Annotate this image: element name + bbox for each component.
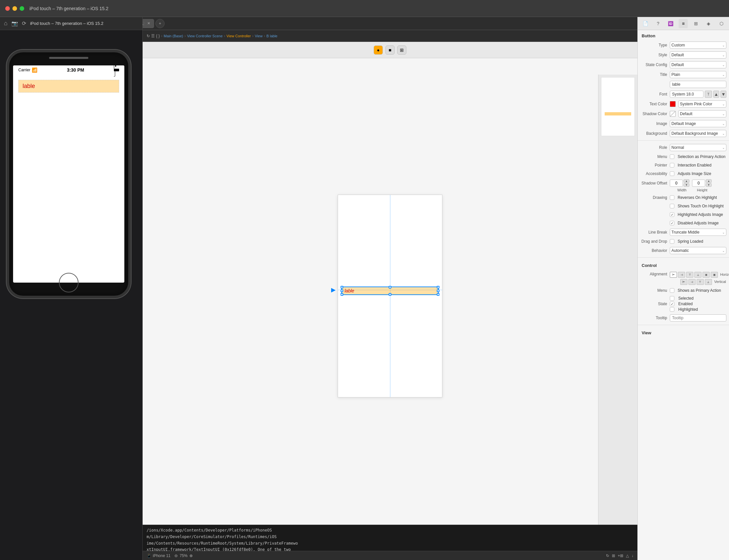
left-panel: ⌂ 📷 ⟳ iPod touch – 7th generation – iOS … [0,17,143,560]
canvas-btn-grid[interactable]: ⊞ [397,45,406,55]
alignment-label: Alignment [640,272,670,276]
spring-loaded-checkbox[interactable] [670,239,674,244]
resize-bl[interactable] [341,293,343,296]
shadow-width-down[interactable]: ▼ [684,183,689,187]
identity-icon[interactable]: 🆔 [666,19,675,28]
font-stepper-down[interactable]: ▼ [720,91,726,98]
shadow-color-swatch[interactable] [670,111,676,117]
canvas-button-element[interactable]: lable [341,287,439,295]
shadow-width-input[interactable] [670,180,683,187]
home-icon[interactable]: ⌂ [4,20,8,27]
background-select[interactable]: Default Background Image ⌄ [670,130,726,137]
zoom-in-button[interactable]: ⊕ [189,553,193,558]
size-icon[interactable]: ⊞ [691,19,701,28]
breadcrumb-button[interactable]: B lable [266,34,277,38]
attributes-icon[interactable]: ≡ [679,19,688,28]
align-center-h-btn[interactable]: ⊣ [678,272,685,278]
disabled-adjusts-checkbox[interactable] [670,221,674,225]
home-button[interactable] [59,273,79,292]
menu2-label: Menu [640,288,670,293]
align-bottom-btn[interactable]: ⊤ [697,279,704,285]
state-config-select[interactable]: Default ⌄ [670,61,726,68]
selection-primary-checkbox[interactable] [670,154,674,159]
align-center-v-btn[interactable]: ⊣ [688,279,696,285]
tab-close-button[interactable]: ✕ [147,21,150,26]
resize-br[interactable] [437,293,439,296]
minimize-button[interactable] [12,6,17,11]
download-icon[interactable]: ↓ [631,553,633,558]
phone-screen: Carrier 📶 3:30 PM lable [13,65,124,283]
role-select[interactable]: Normal ⌄ [670,144,726,151]
shadow-height-down[interactable]: ▼ [706,183,712,187]
highlighted-adjusts-row: Highlighted Adjusts Image [638,210,729,219]
close-button[interactable] [5,6,10,11]
maximize-button[interactable] [20,6,24,11]
resize-bc[interactable] [389,293,391,296]
breadcrumb-view[interactable]: View [255,34,263,38]
font-icon[interactable]: T [705,91,712,98]
selected-checkbox[interactable] [670,296,674,301]
align-leading-btn[interactable]: ⊞ [702,272,710,278]
align-fill-v-btn[interactable]: ⊥ [705,279,712,285]
breadcrumb-main[interactable]: Main (Base) [164,34,183,38]
title-select[interactable]: Plain ⌄ [670,71,726,78]
connections-icon[interactable]: ◈ [704,19,713,28]
align-left-btn[interactable]: ⊢ [670,272,677,278]
selected-label: Selected [678,296,694,301]
adjusts-image-checkbox[interactable] [670,171,674,176]
interaction-enabled-checkbox[interactable] [670,163,674,167]
fit-icon[interactable]: ⊞ [612,553,615,558]
title-arrow: ⌄ [722,73,725,77]
file-inspector-icon[interactable]: 📄 [641,19,650,28]
rotate-icon[interactable]: ⟳ [22,20,26,26]
zoom-out-button[interactable]: ⊖ [174,553,178,558]
shows-touch-checkbox[interactable] [670,204,674,208]
shadow-color-select[interactable]: Default ⌄ [678,110,726,117]
highlighted-adjusts-checkbox[interactable] [670,212,674,217]
resolve-icon[interactable]: △ [626,553,629,558]
type-select[interactable]: Custom ⌄ [670,42,726,49]
align-top-btn[interactable]: ⊢ [680,279,687,285]
resize-ml[interactable] [341,289,343,292]
breadcrumb-scene[interactable]: View Controller Scene [187,34,223,38]
line-break-select[interactable]: Truncate Middle ⌄ [670,229,726,236]
shadow-height-up[interactable]: ▲ [706,179,712,183]
resize-tr[interactable] [437,286,439,289]
shadow-color-label: Shadow Color [640,112,670,116]
align-right-btn[interactable]: ⊤ [686,272,693,278]
image-select[interactable]: Default Image ⌄ [670,120,726,127]
enabled-checkbox[interactable] [670,302,674,306]
text-color-swatch[interactable] [670,101,676,107]
style-select[interactable]: Default ⌄ [670,51,726,59]
refresh-icon[interactable]: ↻ [147,34,150,38]
refresh-status-icon[interactable]: ↻ [606,553,609,558]
text-color-select[interactable]: System Pink Color ⌄ [678,100,726,108]
code-icon[interactable]: { } [156,34,160,38]
tooltip-input[interactable] [670,314,726,322]
highlighted-checkbox[interactable] [670,307,674,312]
tooltip-value [670,314,726,322]
image-value: Default Image ⌄ [670,120,726,127]
resize-tc[interactable] [389,286,391,289]
shadow-height-input[interactable] [692,180,705,187]
align-trailing-btn[interactable]: ⊠ [711,272,718,278]
add-tab-button[interactable]: + [155,19,165,28]
resize-tl[interactable] [341,286,343,289]
bindings-icon[interactable]: ⬡ [717,19,726,28]
shows-primary-checkbox[interactable] [670,288,674,293]
breadcrumb-vc[interactable]: View Controller [226,34,251,38]
align-fill-h-btn[interactable]: ⊥ [694,272,702,278]
add-constraint-icon[interactable]: +⊞ [618,553,623,558]
reverses-checkbox[interactable] [670,195,674,200]
resize-mr[interactable] [437,289,439,292]
canvas-btn-square[interactable]: ■ [385,45,395,55]
canvas-btn-circle[interactable]: ● [374,45,383,55]
shadow-width-up[interactable]: ▲ [684,179,689,183]
screenshot-icon[interactable]: 📷 [11,20,18,26]
behavior-select[interactable]: Automatic ⌄ [670,247,726,254]
font-stepper-up[interactable]: ▲ [713,91,719,98]
title-text-input[interactable] [670,81,726,88]
title-bar: iPod touch – 7th generation – iOS 15.2 [0,0,729,17]
list-icon[interactable]: ☰ [151,34,155,38]
quick-help-icon[interactable]: ? [653,19,663,28]
